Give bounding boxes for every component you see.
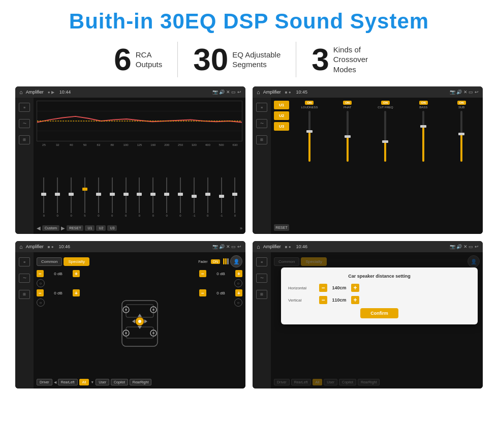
page-wrapper: Buith-in 30EQ DSP Sound System 6 RCA Out…: [0, 0, 498, 448]
horizontal-minus-btn[interactable]: −: [319, 284, 327, 292]
channel-cutfreq: ON CUT FREQ: [367, 101, 404, 231]
distance-bg-copilot: Copilot: [339, 379, 356, 385]
cutfreq-slider[interactable]: [367, 110, 404, 231]
driver-btn[interactable]: Driver: [37, 379, 52, 385]
sub-slider[interactable]: [443, 110, 480, 231]
tab-specialty[interactable]: Specialty: [64, 257, 89, 266]
confirm-button[interactable]: Confirm: [360, 308, 398, 318]
tab-common[interactable]: Common: [37, 257, 62, 266]
eq-custom-btn[interactable]: Custom: [42, 225, 59, 231]
vertical-plus-btn[interactable]: +: [351, 296, 359, 304]
distance-bg-user: User: [324, 379, 337, 385]
eq-sidebar-icon-2: 〜: [19, 119, 30, 128]
db-minus-3[interactable]: −: [199, 270, 206, 277]
balance-home-icon: ⌂: [19, 244, 23, 250]
eq-u2-btn[interactable]: U2: [96, 225, 106, 231]
crossover-topbar: ⌂ Amplifier ■ ● 10:45 📷 🔊 ✕ ▭ ↩: [253, 86, 483, 98]
cutfreq-on-badge: ON: [381, 101, 390, 105]
screen-eq: ⌂ Amplifier ● ▶ 10:44 📷 🔊 ✕ ▭ ↩ ≡ 〜 ⊞: [15, 86, 245, 234]
crossover-u1[interactable]: U1: [274, 101, 289, 109]
vertical-minus-btn[interactable]: −: [319, 296, 327, 304]
eq-topbar-icons: 📷 🔊 ✕ ▭ ↩: [212, 89, 241, 95]
copilot-btn[interactable]: Copilot: [111, 379, 128, 385]
eq-topbar: ⌂ Amplifier ● ▶ 10:44 📷 🔊 ✕ ▭ ↩: [15, 86, 245, 98]
svg-point-9: [125, 309, 127, 311]
speaker-icon-row-4: ○: [199, 298, 242, 307]
db-plus-3[interactable]: +: [235, 270, 242, 277]
eq-slider-13: -1: [215, 177, 228, 223]
balance-topbar: ⌂ Amplifier ■ ● 10:46 📷 🔊 ✕ ▭ ↩: [15, 241, 245, 252]
eq-freq-labels: 253240506380100125160200250320400500630: [37, 143, 242, 146]
db-minus-2[interactable]: −: [37, 289, 44, 296]
db-minus-1[interactable]: −: [37, 270, 44, 277]
crossover-u-buttons: U1 U2 U3 RESET: [274, 101, 289, 231]
eq-slider-12: 0: [201, 177, 214, 223]
svg-point-17: [138, 320, 141, 323]
eq-status-dots: ● ▶: [48, 90, 54, 95]
rearleft-btn[interactable]: RearLeft: [58, 379, 78, 385]
eq-slider-7: 0: [133, 177, 146, 223]
balance-bottom-labels: Driver ◀ RearLeft All ▼ User Copilot Rea…: [37, 379, 242, 385]
distance-screen-title: Amplifier: [263, 244, 281, 249]
distance-sidebar-icon-1: ≡: [256, 257, 267, 266]
horizontal-value: 140cm: [330, 285, 348, 290]
balance-left-controls: − 0 dB + ○ − 0 dB +: [37, 270, 80, 376]
horizontal-row: Horizontal − 140cm +: [288, 284, 471, 292]
speaker-icon-row-3: ○: [199, 279, 242, 287]
all-btn[interactable]: All: [79, 379, 89, 385]
speaker-icon-row-1: ○: [37, 279, 80, 287]
crossover-reset-btn[interactable]: RESET: [274, 224, 289, 231]
db-plus-1[interactable]: +: [73, 270, 80, 277]
crossover-u3[interactable]: U3: [274, 122, 289, 131]
balance-main-area: Common Specialty Fader ON 👤: [34, 252, 245, 389]
phat-slider[interactable]: [329, 110, 366, 231]
eq-time: 10:44: [59, 89, 71, 95]
fader-label: Fader: [198, 260, 207, 263]
balance-sidebar-icon-3: ⊞: [19, 290, 30, 299]
fader-row: Fader ON: [198, 258, 229, 264]
main-title: Buith-in 30EQ DSP Sound System: [15, 9, 483, 34]
loudness-slider[interactable]: [291, 110, 328, 231]
svg-point-15: [152, 332, 154, 334]
balance-right-controls: − 0 dB + ○ − 0 dB +: [199, 270, 242, 376]
db-minus-4[interactable]: −: [199, 289, 206, 296]
crossover-u2[interactable]: U2: [274, 111, 289, 120]
crossover-content: ≡ 〜 ⊞ U1 U2 U3 RESET: [253, 98, 483, 234]
eq-slider-0: 0: [38, 177, 50, 223]
db-row-1: − 0 dB +: [37, 270, 80, 277]
eq-reset-btn[interactable]: RESET: [67, 225, 83, 231]
eq-slider-6: 0: [119, 177, 132, 223]
stat-text-eq: EQ Adjustable Segments: [232, 50, 281, 70]
profile-icon: 👤: [230, 255, 242, 267]
eq-prev-arrow[interactable]: ◀: [37, 225, 41, 231]
phat-on-badge: ON: [343, 101, 352, 105]
db-plus-2[interactable]: +: [73, 289, 80, 296]
user-btn[interactable]: User: [96, 379, 109, 385]
db-val-1: 0 dB: [45, 272, 71, 276]
vertical-label: Vertical: [288, 298, 316, 303]
crossover-screen-title: Amplifier: [263, 89, 281, 95]
car-diagram: [82, 270, 197, 376]
speaker-circle-left-1: ○: [37, 279, 45, 287]
svg-marker-19: [138, 326, 142, 329]
db-row-4: − 0 dB +: [199, 289, 242, 296]
eq-screen-title: Amplifier: [26, 89, 44, 95]
distance-status-dots: ■ ●: [285, 245, 291, 249]
stat-text-crossover: Kinds of Crossover Modes: [333, 45, 384, 75]
eq-u1-btn[interactable]: U1: [85, 225, 95, 231]
eq-u3-btn[interactable]: U3: [107, 225, 117, 231]
crossover-time: 10:45: [296, 89, 308, 95]
crossover-sidebar-icon-2: 〜: [256, 119, 267, 128]
eq-next-arrow[interactable]: ▶: [61, 225, 65, 231]
eq-slider-8: 0: [147, 177, 160, 223]
horizontal-plus-btn[interactable]: +: [351, 284, 359, 292]
car-diagram-svg: [117, 290, 163, 356]
bass-slider[interactable]: [405, 110, 442, 231]
bass-label: BASS: [419, 106, 427, 109]
distance-setting-dialog: Car speaker distance setting Horizontal …: [281, 267, 478, 324]
rearright-btn[interactable]: RearRight: [130, 379, 152, 385]
db-plus-4[interactable]: +: [235, 289, 242, 296]
distance-home-icon: ⌂: [257, 244, 260, 250]
eq-slider-5: 0: [106, 177, 118, 223]
balance-content: ≡ 〜 ⊞ Common Specialty Fader ON: [15, 252, 245, 389]
